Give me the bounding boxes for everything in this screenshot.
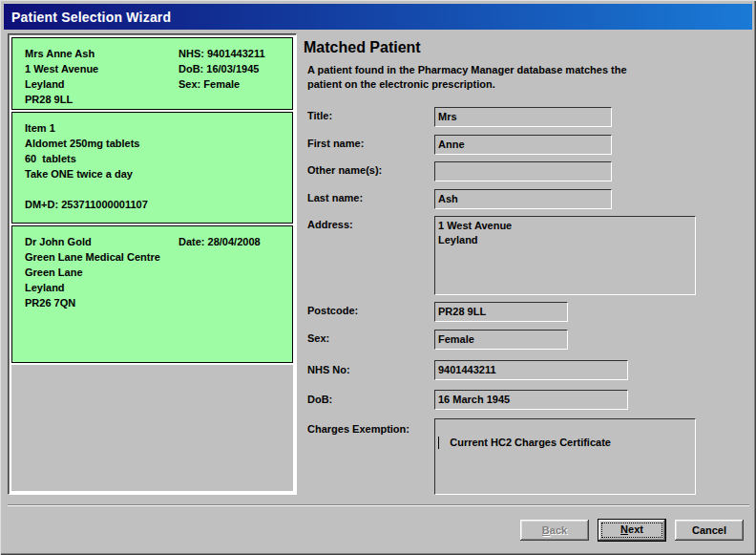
prescriber-card: Dr John Gold Date: 28/04/2008 Green Lane… — [11, 225, 293, 363]
other-names-field[interactable] — [434, 161, 612, 181]
last-name-field[interactable]: Ash — [434, 189, 612, 209]
item-details: Item 1 Aldomet 250mg tablets 60 tablets … — [25, 120, 286, 212]
dob-field[interactable]: 16 March 1945 — [434, 390, 628, 410]
page-description: A patient found in the Pharmacy Manager … — [307, 63, 737, 92]
title-label: Title: — [307, 110, 332, 121]
back-button: Back — [520, 520, 589, 541]
prescriber-address: Green Lane Medical Centre Green Lane Ley… — [25, 249, 286, 310]
first-name-label: First name: — [307, 138, 364, 149]
page-title: Matched Patient — [304, 39, 421, 56]
button-bar-separator — [8, 504, 749, 506]
prescription-summary-panel: Mrs Anne Ash 1 West Avenue Leyland PR28 … — [8, 33, 297, 495]
other-names-label: Other name(s): — [307, 164, 382, 176]
window-title: Patient Selection Wizard — [4, 10, 171, 25]
patient-summary-card: Mrs Anne Ash 1 West Avenue Leyland PR28 … — [11, 37, 293, 110]
dob-label: DoB: — [307, 394, 332, 405]
text-caret — [438, 437, 439, 449]
prescription-date: Date: 28/04/2008 — [178, 234, 261, 249]
first-name-field[interactable]: Anne — [434, 135, 612, 155]
prescription-item-card: Item 1 Aldomet 250mg tablets 60 tablets … — [11, 112, 293, 224]
cancel-button[interactable]: Cancel — [675, 520, 744, 541]
charges-exemption-field[interactable]: Current HC2 Charges Certificate — [434, 418, 696, 495]
charges-exemption-label: Charges Exemption: — [307, 423, 410, 435]
nhs-no-label: NHS No: — [307, 364, 350, 375]
patient-selection-wizard-window: Patient Selection Wizard Mrs Anne Ash 1 … — [0, 0, 756, 555]
titlebar: Patient Selection Wizard — [4, 4, 752, 30]
summary-panel-filler — [11, 365, 293, 491]
postcode-label: Postcode: — [307, 305, 358, 316]
last-name-label: Last name: — [307, 192, 363, 203]
sex-field[interactable]: Female — [434, 330, 568, 350]
next-button[interactable]: Next — [598, 519, 666, 542]
sex-label: Sex: — [307, 332, 329, 344]
postcode-field[interactable]: PR28 9LL — [434, 302, 568, 322]
charges-exemption-value: Current HC2 Charges Certificate — [450, 437, 611, 448]
nhs-no-field[interactable]: 9401443211 — [434, 360, 628, 380]
address-field[interactable]: 1 West Avenue Leyland — [434, 216, 696, 295]
address-label: Address: — [307, 219, 353, 230]
patient-nhs-details: NHS: 9401443211 DoB: 16/03/1945 Sex: Fem… — [178, 46, 265, 92]
title-field[interactable]: Mrs — [434, 107, 612, 127]
